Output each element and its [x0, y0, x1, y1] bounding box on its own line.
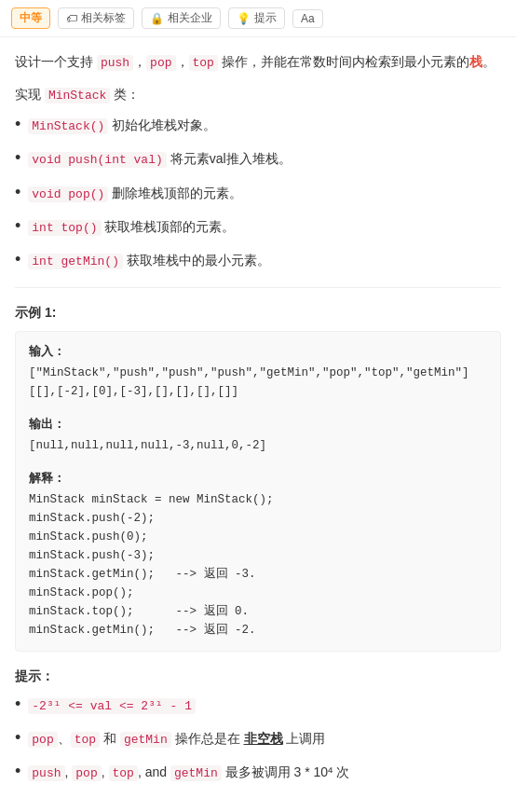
output-value: [null,null,null,null,-3,null,0,-2]: [29, 436, 487, 455]
bullet: •: [15, 216, 20, 237]
related-tags-button[interactable]: 🏷 相关标签: [58, 7, 134, 29]
top-bar: 中等 🏷 相关标签 🔒 相关企业 💡 提示 Aa: [0, 0, 516, 37]
hint-item: • push, pop, top, and getMin 最多被调用 3 * 1…: [15, 762, 501, 784]
method-item-text: int getMin() 获取堆栈中的最小元素。: [28, 250, 270, 272]
bullet: •: [15, 762, 20, 782]
implement-line: 实现 MinStack 类：: [15, 87, 501, 103]
bullet: •: [15, 728, 20, 749]
hint-code: top: [71, 732, 100, 748]
hint-code: push: [28, 765, 64, 781]
bullet: •: [15, 695, 20, 715]
list-item: • int getMin() 获取堆栈中的最小元素。: [15, 250, 501, 272]
hints-list: • -2³¹ <= val <= 2³¹ - 1 • pop、top 和 get…: [15, 695, 501, 784]
example-box: 输入： ["MinStack","push","push","push","ge…: [15, 331, 501, 652]
list-item: • int top() 获取堆栈顶部的元素。: [15, 216, 501, 239]
hint-text: pop、top 和 getMin 操作总是在 非空栈 上调用: [28, 728, 325, 750]
input-commands: ["MinStack","push","push","push","getMin…: [29, 364, 487, 382]
list-item: • MinStack() 初始化堆栈对象。: [15, 115, 501, 137]
font-button[interactable]: Aa: [292, 9, 323, 28]
pop-code: pop: [146, 55, 175, 71]
hint-item: • pop、top 和 getMin 操作总是在 非空栈 上调用: [15, 728, 501, 750]
method-item-text: void pop() 删除堆栈顶部的元素。: [28, 183, 242, 205]
related-companies-button[interactable]: 🔒 相关企业: [142, 7, 221, 29]
method-item-text: int top() 获取堆栈顶部的元素。: [28, 216, 235, 239]
hint-code: top: [109, 765, 138, 781]
explain-code: MinStack minStack = new MinStack(); minS…: [29, 490, 487, 640]
method-code: void pop(): [28, 186, 108, 202]
hint-code: pop: [28, 732, 57, 748]
input-args: [[],[-2],[0],[-3],[],[],[],[]]: [29, 382, 487, 401]
bullet: •: [15, 115, 20, 135]
hint-text: push, pop, top, and getMin 最多被调用 3 * 10⁴…: [28, 762, 349, 784]
hints-title: 提示：: [15, 668, 501, 685]
tag-icon: 🏷: [66, 12, 77, 25]
example-title: 示例 1:: [15, 305, 501, 322]
emphasis-text: 非空栈: [244, 731, 283, 746]
hints-button[interactable]: 💡 提示: [228, 7, 285, 29]
bullet: •: [15, 250, 20, 270]
hint-code: getMin: [120, 732, 171, 748]
explain-label: 解释：: [29, 470, 487, 487]
method-list: • MinStack() 初始化堆栈对象。 • void push(int va…: [15, 115, 501, 271]
content-area: 设计一个支持 push，pop，top 操作，并能在常数时间内检索到最小元素的栈…: [0, 37, 516, 812]
method-code: MinStack(): [28, 118, 108, 134]
input-label: 输入：: [29, 343, 487, 360]
method-code: int top(): [28, 220, 101, 236]
method-code: int getMin(): [28, 254, 123, 269]
bulb-icon: 💡: [237, 12, 251, 25]
difficulty-label: 中等: [20, 10, 42, 26]
method-code: void push(int val): [28, 152, 166, 168]
hint-text: -2³¹ <= val <= 2³¹ - 1: [28, 695, 196, 717]
difficulty-badge[interactable]: 中等: [11, 7, 50, 29]
divider: [15, 287, 501, 288]
list-item: • void push(int val) 将元素val推入堆栈。: [15, 148, 501, 171]
bullet: •: [15, 148, 20, 169]
hint-code: getMin: [170, 765, 222, 781]
hint-code: -2³¹ <= val <= 2³¹ - 1: [28, 698, 196, 714]
minstack-class-code: MinStack: [45, 88, 110, 103]
bullet: •: [15, 183, 20, 203]
hints-section: 提示： • -2³¹ <= val <= 2³¹ - 1 • pop、top 和…: [15, 668, 501, 784]
lock-icon: 🔒: [150, 12, 164, 25]
method-item-text: MinStack() 初始化堆栈对象。: [28, 115, 216, 137]
top-code: top: [189, 55, 218, 71]
hint-code: pop: [72, 765, 101, 781]
push-code: push: [97, 55, 133, 71]
output-label: 输出：: [29, 416, 487, 433]
hint-item: • -2³¹ <= val <= 2³¹ - 1: [15, 695, 501, 717]
list-item: • void pop() 删除堆栈顶部的元素。: [15, 183, 501, 205]
method-item-text: void push(int val) 将元素val推入堆栈。: [28, 148, 291, 171]
problem-description: 设计一个支持 push，pop，top 操作，并能在常数时间内检索到最小元素的栈…: [15, 50, 501, 74]
